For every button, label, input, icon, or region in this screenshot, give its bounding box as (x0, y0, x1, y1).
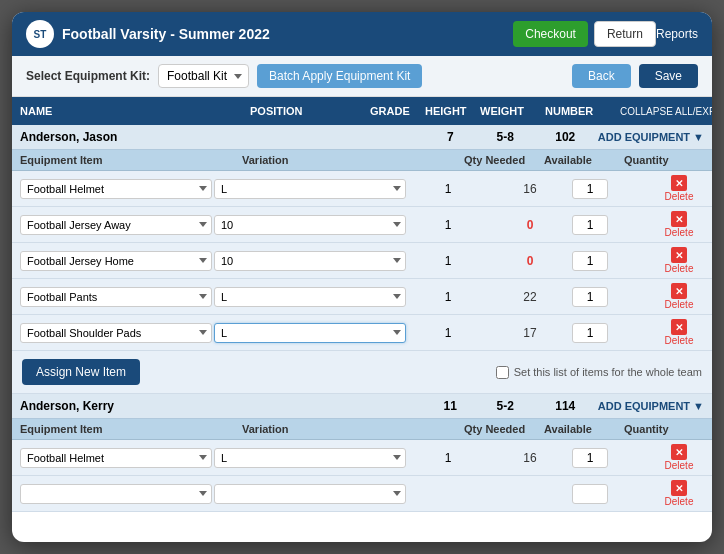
item-select[interactable]: Football Helmet (20, 179, 212, 199)
qty-needed: 1 (408, 254, 488, 268)
delete-icon[interactable]: ✕ (671, 480, 687, 496)
equipment-subheader: Equipment Item Variation Qty Needed Avai… (12, 150, 712, 171)
equip-col-variation: Variation (242, 154, 464, 166)
equip-col-available: Available (544, 423, 624, 435)
delete-label[interactable]: Delete (665, 263, 694, 274)
equip-item-row: Football Jersey Away 10 1 0 ✕ Delete (12, 207, 712, 243)
delete-icon[interactable]: ✕ (671, 175, 687, 191)
add-equipment-button[interactable]: ADD EQUIPMENT ▼ (598, 400, 704, 412)
player-height: 5-2 (478, 399, 533, 413)
item-select[interactable]: Football Shoulder Pads (20, 323, 212, 343)
qty-input[interactable] (572, 251, 608, 271)
equip-item-row: Football Shoulder Pads L 1 17 ✕ Delete (12, 315, 712, 351)
equipment-kit-select[interactable]: Football Kit (158, 64, 249, 88)
checkout-button[interactable]: Checkout (513, 21, 588, 47)
assign-row: Assign New Item Set this list of items f… (12, 351, 712, 394)
qty-available: 22 (490, 290, 570, 304)
delete-icon[interactable]: ✕ (671, 211, 687, 227)
player-name: Anderson, Kerry (20, 399, 303, 413)
qty-available: 16 (490, 451, 570, 465)
delete-icon[interactable]: ✕ (671, 283, 687, 299)
qty-available: 17 (490, 326, 570, 340)
qty-needed: 1 (408, 218, 488, 232)
equip-item-row: Football Helmet L 1 16 ✕ Delete (12, 171, 712, 207)
equip-col-item: Equipment Item (20, 423, 242, 435)
variation-select[interactable]: L (214, 323, 406, 343)
batch-apply-button[interactable]: Batch Apply Equipment Kit (257, 64, 422, 88)
player-row: Anderson, Kerry 11 5-2 114 ADD EQUIPMENT… (12, 394, 712, 419)
delete-label[interactable]: Delete (665, 227, 694, 238)
qty-input[interactable] (572, 484, 608, 504)
player-weight: 102 (533, 130, 598, 144)
delete-label[interactable]: Delete (665, 496, 694, 507)
player-weight: 114 (533, 399, 598, 413)
equip-col-quantity: Quantity (624, 154, 704, 166)
qty-needed: 1 (408, 326, 488, 340)
whole-team-label: Set this list of items for the whole tea… (496, 366, 702, 379)
variation-select[interactable]: L (214, 179, 406, 199)
save-button[interactable]: Save (639, 64, 698, 88)
qty-input[interactable] (572, 215, 608, 235)
delete-cell: ✕ Delete (654, 211, 704, 238)
item-select[interactable]: Football Jersey Away (20, 215, 212, 235)
qty-available: 0 (490, 218, 570, 232)
variation-select[interactable]: L (214, 287, 406, 307)
whole-team-checkbox[interactable] (496, 366, 509, 379)
qty-needed: 1 (408, 451, 488, 465)
add-equipment-button[interactable]: ADD EQUIPMENT ▼ (598, 131, 704, 143)
delete-cell: ✕ Delete (654, 175, 704, 202)
equip-item-row: ✕ Delete (12, 476, 712, 512)
qty-needed: 1 (408, 182, 488, 196)
delete-label[interactable]: Delete (665, 191, 694, 202)
col-number: NUMBER (537, 103, 612, 119)
select-kit-label: Select Equipment Kit: (26, 69, 150, 83)
delete-label[interactable]: Delete (665, 299, 694, 310)
delete-icon[interactable]: ✕ (671, 319, 687, 335)
player-height: 5-8 (478, 130, 533, 144)
return-button[interactable]: Return (594, 21, 656, 47)
equip-item-row: Football Jersey Home 10 1 0 ✕ Delete (12, 243, 712, 279)
qty-input[interactable] (572, 179, 608, 199)
app-title: Football Varsity - Summer 2022 (62, 26, 497, 42)
qty-input[interactable] (572, 448, 608, 468)
variation-select[interactable]: L (214, 448, 406, 468)
qty-input[interactable] (572, 287, 608, 307)
item-select[interactable]: Football Pants (20, 287, 212, 307)
assign-new-item-button[interactable]: Assign New Item (22, 359, 140, 385)
col-height: HEIGHT (417, 103, 472, 119)
app-header: ST Football Varsity - Summer 2022 Checko… (12, 12, 712, 56)
main-table: NAME POSITION GRADE HEIGHT WEIGHT NUMBER… (12, 97, 712, 542)
variation-select[interactable]: 10 (214, 215, 406, 235)
equipment-subheader: Equipment Item Variation Qty Needed Avai… (12, 419, 712, 440)
variation-select[interactable] (214, 484, 406, 504)
equip-col-available: Available (544, 154, 624, 166)
back-button[interactable]: Back (572, 64, 631, 88)
col-position: POSITION (242, 103, 362, 119)
player-name: Anderson, Jason (20, 130, 303, 144)
equip-col-quantity: Quantity (624, 423, 704, 435)
item-select[interactable] (20, 484, 212, 504)
equip-col-item: Equipment Item (20, 154, 242, 166)
item-select[interactable]: Football Jersey Home (20, 251, 212, 271)
qty-available: 0 (490, 254, 570, 268)
delete-label[interactable]: Delete (665, 335, 694, 346)
delete-label[interactable]: Delete (665, 460, 694, 471)
toolbar: Select Equipment Kit: Football Kit Batch… (12, 56, 712, 97)
delete-cell: ✕ Delete (654, 480, 704, 507)
variation-select[interactable]: 10 (214, 251, 406, 271)
equip-item-row: Football Helmet L 1 16 ✕ Delete (12, 440, 712, 476)
qty-input[interactable] (572, 323, 608, 343)
player-grade: 11 (423, 399, 478, 413)
collapse-expand-button[interactable]: Collapse All/Expand All (612, 103, 712, 119)
col-weight: WEIGHT (472, 103, 537, 119)
equip-col-qty: Qty Needed (464, 423, 544, 435)
delete-icon[interactable]: ✕ (671, 247, 687, 263)
col-grade: GRADE (362, 103, 417, 119)
qty-available: 16 (490, 182, 570, 196)
delete-icon[interactable]: ✕ (671, 444, 687, 460)
reports-link[interactable]: Reports (656, 27, 698, 41)
player-row: Anderson, Jason 7 5-8 102 ADD EQUIPMENT … (12, 125, 712, 150)
column-headers: NAME POSITION GRADE HEIGHT WEIGHT NUMBER… (12, 97, 712, 125)
equip-col-variation: Variation (242, 423, 464, 435)
item-select[interactable]: Football Helmet (20, 448, 212, 468)
